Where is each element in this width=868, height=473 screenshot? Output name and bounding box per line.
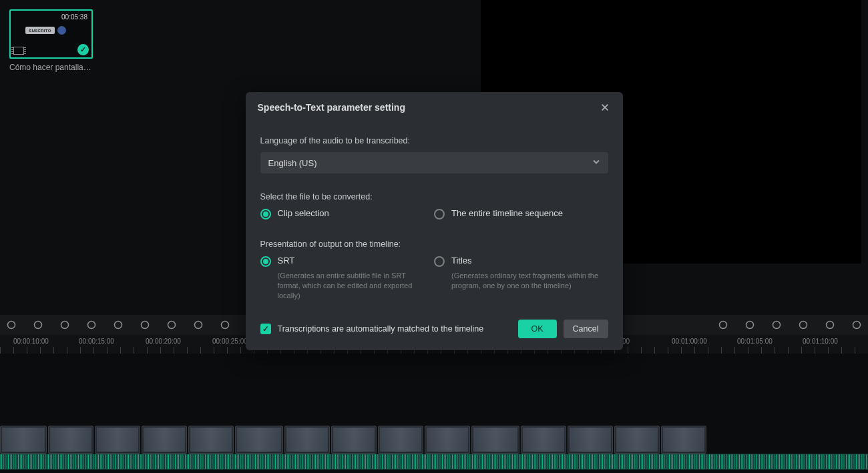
checkbox-label: Transcriptions are automatically matched… [278, 324, 484, 334]
language-value: English (US) [268, 158, 317, 168]
close-icon[interactable] [599, 101, 611, 113]
language-select[interactable]: English (US) [260, 152, 608, 173]
language-label: Language of the audio to be transcribed: [260, 136, 608, 145]
radio-description: (Generates ordinary text fragments withi… [451, 271, 602, 291]
speech-to-text-dialog: Speech-to-Text parameter setting Languag… [246, 92, 623, 350]
radio-circle-icon [434, 209, 445, 219]
radio-srt[interactable]: SRT [260, 256, 435, 267]
radio-description: (Generates an entire subtitle file in SR… [278, 271, 428, 301]
radio-label: Clip selection [278, 208, 329, 218]
cancel-button[interactable]: Cancel [564, 320, 608, 338]
radio-circle-icon [434, 256, 445, 267]
file-select-label: Select the file to be converted: [260, 192, 608, 201]
radio-label: The entire timeline sequence [451, 208, 563, 218]
radio-label: Titles [451, 256, 472, 266]
output-label: Presentation of output on the timeline: [260, 240, 608, 249]
radio-titles[interactable]: Titles [434, 256, 608, 267]
ok-button[interactable]: OK [518, 320, 557, 338]
dialog-title: Speech-to-Text parameter setting [258, 102, 405, 113]
radio-circle-icon [260, 256, 271, 267]
chevron-down-icon [592, 158, 600, 168]
radio-label: SRT [278, 256, 295, 266]
auto-match-checkbox[interactable]: ✓ Transcriptions are automatically match… [260, 324, 484, 334]
check-icon: ✓ [260, 324, 271, 334]
radio-clip-selection[interactable]: Clip selection [260, 208, 435, 219]
radio-circle-icon [260, 209, 271, 219]
radio-entire-timeline[interactable]: The entire timeline sequence [434, 208, 608, 219]
modal-overlay: Speech-to-Text parameter setting Languag… [0, 0, 868, 473]
